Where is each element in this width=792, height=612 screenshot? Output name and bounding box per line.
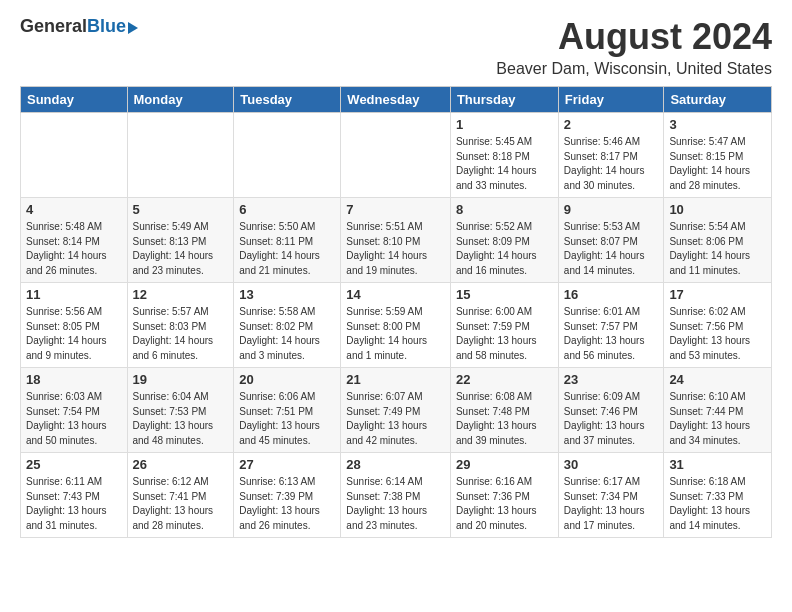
day-number: 11: [26, 287, 122, 302]
location-subtitle: Beaver Dam, Wisconsin, United States: [496, 60, 772, 78]
table-row: 8Sunrise: 5:52 AMSunset: 8:09 PMDaylight…: [450, 198, 558, 283]
day-number: 16: [564, 287, 659, 302]
table-row: 29Sunrise: 6:16 AMSunset: 7:36 PMDayligh…: [450, 453, 558, 538]
col-wednesday: Wednesday: [341, 87, 451, 113]
day-info: Sunrise: 5:56 AMSunset: 8:05 PMDaylight:…: [26, 305, 122, 363]
day-info: Sunrise: 5:54 AMSunset: 8:06 PMDaylight:…: [669, 220, 766, 278]
table-row: 13Sunrise: 5:58 AMSunset: 8:02 PMDayligh…: [234, 283, 341, 368]
day-number: 13: [239, 287, 335, 302]
day-number: 28: [346, 457, 445, 472]
table-row: 7Sunrise: 5:51 AMSunset: 8:10 PMDaylight…: [341, 198, 451, 283]
day-number: 26: [133, 457, 229, 472]
day-number: 23: [564, 372, 659, 387]
day-info: Sunrise: 5:46 AMSunset: 8:17 PMDaylight:…: [564, 135, 659, 193]
table-row: 6Sunrise: 5:50 AMSunset: 8:11 PMDaylight…: [234, 198, 341, 283]
table-row: 24Sunrise: 6:10 AMSunset: 7:44 PMDayligh…: [664, 368, 772, 453]
day-number: 21: [346, 372, 445, 387]
day-info: Sunrise: 6:14 AMSunset: 7:38 PMDaylight:…: [346, 475, 445, 533]
day-info: Sunrise: 6:13 AMSunset: 7:39 PMDaylight:…: [239, 475, 335, 533]
logo-arrow-icon: [128, 22, 138, 34]
day-number: 10: [669, 202, 766, 217]
table-row: 23Sunrise: 6:09 AMSunset: 7:46 PMDayligh…: [558, 368, 664, 453]
day-info: Sunrise: 6:00 AMSunset: 7:59 PMDaylight:…: [456, 305, 553, 363]
day-info: Sunrise: 6:03 AMSunset: 7:54 PMDaylight:…: [26, 390, 122, 448]
day-info: Sunrise: 5:57 AMSunset: 8:03 PMDaylight:…: [133, 305, 229, 363]
day-number: 24: [669, 372, 766, 387]
day-number: 8: [456, 202, 553, 217]
day-number: 22: [456, 372, 553, 387]
table-row: [234, 113, 341, 198]
day-number: 31: [669, 457, 766, 472]
day-info: Sunrise: 6:01 AMSunset: 7:57 PMDaylight:…: [564, 305, 659, 363]
table-row: [21, 113, 128, 198]
day-number: 9: [564, 202, 659, 217]
table-row: 18Sunrise: 6:03 AMSunset: 7:54 PMDayligh…: [21, 368, 128, 453]
day-number: 3: [669, 117, 766, 132]
calendar-table: Sunday Monday Tuesday Wednesday Thursday…: [20, 86, 772, 538]
col-thursday: Thursday: [450, 87, 558, 113]
table-row: 28Sunrise: 6:14 AMSunset: 7:38 PMDayligh…: [341, 453, 451, 538]
table-row: 20Sunrise: 6:06 AMSunset: 7:51 PMDayligh…: [234, 368, 341, 453]
table-row: 12Sunrise: 5:57 AMSunset: 8:03 PMDayligh…: [127, 283, 234, 368]
day-number: 29: [456, 457, 553, 472]
day-info: Sunrise: 6:02 AMSunset: 7:56 PMDaylight:…: [669, 305, 766, 363]
table-row: 26Sunrise: 6:12 AMSunset: 7:41 PMDayligh…: [127, 453, 234, 538]
logo: General Blue: [20, 16, 138, 37]
day-number: 4: [26, 202, 122, 217]
table-row: 17Sunrise: 6:02 AMSunset: 7:56 PMDayligh…: [664, 283, 772, 368]
day-info: Sunrise: 6:18 AMSunset: 7:33 PMDaylight:…: [669, 475, 766, 533]
day-number: 1: [456, 117, 553, 132]
day-number: 5: [133, 202, 229, 217]
table-row: 14Sunrise: 5:59 AMSunset: 8:00 PMDayligh…: [341, 283, 451, 368]
table-row: 30Sunrise: 6:17 AMSunset: 7:34 PMDayligh…: [558, 453, 664, 538]
table-row: 3Sunrise: 5:47 AMSunset: 8:15 PMDaylight…: [664, 113, 772, 198]
calendar-header-row: Sunday Monday Tuesday Wednesday Thursday…: [21, 87, 772, 113]
day-info: Sunrise: 6:10 AMSunset: 7:44 PMDaylight:…: [669, 390, 766, 448]
day-number: 2: [564, 117, 659, 132]
logo-general-text: General: [20, 16, 87, 37]
day-info: Sunrise: 6:12 AMSunset: 7:41 PMDaylight:…: [133, 475, 229, 533]
page-container: General Blue August 2024 Beaver Dam, Wis…: [20, 16, 772, 538]
table-row: 25Sunrise: 6:11 AMSunset: 7:43 PMDayligh…: [21, 453, 128, 538]
day-info: Sunrise: 5:47 AMSunset: 8:15 PMDaylight:…: [669, 135, 766, 193]
day-info: Sunrise: 6:16 AMSunset: 7:36 PMDaylight:…: [456, 475, 553, 533]
day-info: Sunrise: 5:59 AMSunset: 8:00 PMDaylight:…: [346, 305, 445, 363]
table-row: [127, 113, 234, 198]
col-sunday: Sunday: [21, 87, 128, 113]
day-number: 18: [26, 372, 122, 387]
table-row: 19Sunrise: 6:04 AMSunset: 7:53 PMDayligh…: [127, 368, 234, 453]
calendar-week-row: 4Sunrise: 5:48 AMSunset: 8:14 PMDaylight…: [21, 198, 772, 283]
day-info: Sunrise: 5:45 AMSunset: 8:18 PMDaylight:…: [456, 135, 553, 193]
day-info: Sunrise: 6:06 AMSunset: 7:51 PMDaylight:…: [239, 390, 335, 448]
day-info: Sunrise: 6:07 AMSunset: 7:49 PMDaylight:…: [346, 390, 445, 448]
table-row: 9Sunrise: 5:53 AMSunset: 8:07 PMDaylight…: [558, 198, 664, 283]
logo-blue-text: Blue: [87, 16, 126, 37]
day-number: 15: [456, 287, 553, 302]
day-number: 25: [26, 457, 122, 472]
day-info: Sunrise: 5:49 AMSunset: 8:13 PMDaylight:…: [133, 220, 229, 278]
day-info: Sunrise: 5:51 AMSunset: 8:10 PMDaylight:…: [346, 220, 445, 278]
day-number: 7: [346, 202, 445, 217]
day-info: Sunrise: 6:17 AMSunset: 7:34 PMDaylight:…: [564, 475, 659, 533]
day-number: 30: [564, 457, 659, 472]
col-friday: Friday: [558, 87, 664, 113]
month-year-title: August 2024: [496, 16, 772, 58]
day-info: Sunrise: 6:04 AMSunset: 7:53 PMDaylight:…: [133, 390, 229, 448]
day-info: Sunrise: 6:11 AMSunset: 7:43 PMDaylight:…: [26, 475, 122, 533]
title-section: August 2024 Beaver Dam, Wisconsin, Unite…: [496, 16, 772, 78]
calendar-week-row: 11Sunrise: 5:56 AMSunset: 8:05 PMDayligh…: [21, 283, 772, 368]
table-row: [341, 113, 451, 198]
table-row: 10Sunrise: 5:54 AMSunset: 8:06 PMDayligh…: [664, 198, 772, 283]
table-row: 27Sunrise: 6:13 AMSunset: 7:39 PMDayligh…: [234, 453, 341, 538]
table-row: 5Sunrise: 5:49 AMSunset: 8:13 PMDaylight…: [127, 198, 234, 283]
col-tuesday: Tuesday: [234, 87, 341, 113]
day-number: 20: [239, 372, 335, 387]
day-info: Sunrise: 5:52 AMSunset: 8:09 PMDaylight:…: [456, 220, 553, 278]
table-row: 1Sunrise: 5:45 AMSunset: 8:18 PMDaylight…: [450, 113, 558, 198]
calendar-week-row: 18Sunrise: 6:03 AMSunset: 7:54 PMDayligh…: [21, 368, 772, 453]
table-row: 15Sunrise: 6:00 AMSunset: 7:59 PMDayligh…: [450, 283, 558, 368]
table-row: 11Sunrise: 5:56 AMSunset: 8:05 PMDayligh…: [21, 283, 128, 368]
day-info: Sunrise: 5:50 AMSunset: 8:11 PMDaylight:…: [239, 220, 335, 278]
day-number: 19: [133, 372, 229, 387]
calendar-week-row: 1Sunrise: 5:45 AMSunset: 8:18 PMDaylight…: [21, 113, 772, 198]
